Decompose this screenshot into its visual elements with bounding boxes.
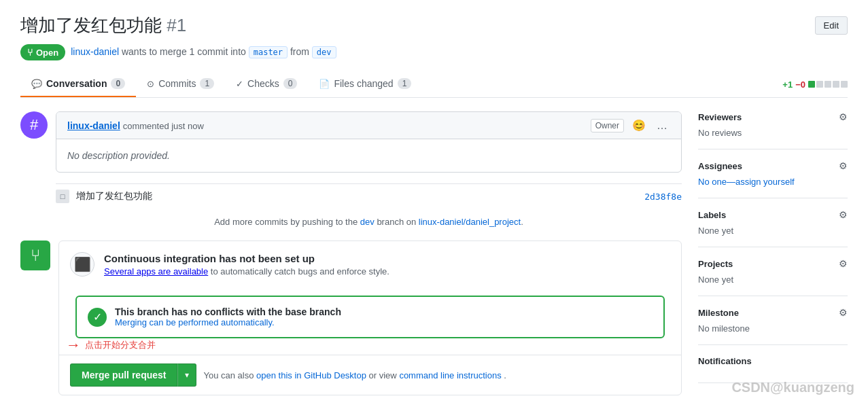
milestone-gear-icon[interactable]: ⚙ [839, 307, 848, 318]
comment-header: linux-daniel commented just now Owner 😊 … [56, 112, 681, 139]
merge-pull-request-button[interactable]: Merge pull request [70, 363, 177, 387]
assignees-value: No one—assign yourself [698, 177, 848, 187]
commit-avatar-icon: □ [60, 192, 65, 200]
reviewers-title: Reviewers [698, 112, 742, 122]
diff-additions: +1 [782, 79, 793, 90]
diff-square-1 [808, 81, 815, 88]
merge-status-box: ✓ This branch has no conflicts with the … [75, 296, 665, 338]
reviewers-value: No reviews [698, 128, 848, 138]
merge-action-bar: → 点击开始分支合并 Merge pull request ▾ You can … [59, 355, 681, 395]
diff-square-2 [816, 81, 823, 88]
merge-auto-link[interactable]: Merging can be performed automatically. [115, 317, 275, 327]
merge-action-text: You can also open this in GitHub Desktop… [203, 370, 506, 380]
commits-count: 1 [200, 78, 214, 89]
labels-header: Labels ⚙ [698, 209, 848, 220]
commit-avatar: □ [56, 190, 69, 203]
milestone-title: Milestone [698, 308, 739, 318]
merge-icon: ⑂ [31, 246, 40, 265]
sidebar-notifications: Notifications [698, 345, 848, 383]
main-content: # linux-daniel commented just now Owner … [20, 111, 682, 395]
repo-link[interactable]: linux-daniel/daniel_project [419, 217, 521, 227]
diff-square-4 [833, 81, 839, 88]
assignees-title: Assignees [698, 161, 742, 171]
tab-files-changed[interactable]: 📄 Files changed 1 [308, 71, 422, 97]
author-link[interactable]: linux-daniel [71, 46, 119, 57]
status-description: linux-daniel wants to merge 1 commit int… [71, 46, 336, 58]
milestone-value: No milestone [698, 323, 848, 334]
comment-bubble: linux-daniel commented just now Owner 😊 … [56, 111, 682, 173]
tab-commits[interactable]: ⊙ Commits 1 [136, 71, 225, 97]
reviewers-header: Reviewers ⚙ [698, 111, 848, 122]
command-line-link[interactable]: command line instructions [399, 370, 501, 380]
comment-section: # linux-daniel commented just now Owner … [20, 111, 682, 173]
projects-title: Projects [698, 259, 733, 269]
projects-value: None yet [698, 274, 848, 285]
commit-hash[interactable]: 2d38f8e [644, 192, 682, 202]
labels-value: None yet [698, 226, 848, 236]
labels-gear-icon[interactable]: ⚙ [839, 209, 848, 220]
comment-body: No description provided. [56, 139, 681, 172]
merge-options-button[interactable]: ▾ [177, 363, 196, 387]
open-badge: ⑂ Open [20, 44, 65, 60]
sidebar-assignees: Assignees ⚙ No one—assign yourself [698, 149, 848, 198]
sidebar-projects: Projects ⚙ None yet [698, 247, 848, 296]
assignees-gear-icon[interactable]: ⚙ [839, 160, 848, 171]
edit-button[interactable]: Edit [815, 16, 848, 35]
open-desktop-link[interactable]: open this in GitHub Desktop [256, 370, 368, 380]
conversation-count: 0 [111, 78, 125, 89]
merge-status-text: This branch has no conflicts with the ba… [115, 306, 341, 327]
arrow-down-icon: → [66, 336, 81, 354]
tabs-bar: 💬 Conversation 0 ⊙ Commits 1 ✓ Checks 0 … [20, 71, 848, 98]
merge-button-group: Merge pull request ▾ [70, 363, 196, 387]
diff-squares [808, 81, 848, 88]
avatar: # [20, 111, 48, 139]
commit-row: □ 增加了发红包功能 2d38f8e [56, 183, 682, 209]
pr-action-section: ⑂ ⬛ Continuous integration has not been … [20, 241, 682, 395]
diff-deletions: −0 [795, 79, 805, 90]
checkmark-icon: ✓ [93, 310, 102, 323]
reviewers-gear-icon[interactable]: ⚙ [839, 111, 848, 122]
ci-title: Continuous integration has not been set … [104, 253, 389, 264]
merge-icon-container: ⑂ [20, 241, 50, 270]
avatar-icon: # [30, 116, 38, 134]
sidebar: Reviewers ⚙ No reviews Assignees ⚙ No on… [698, 111, 848, 395]
commits-icon: ⊙ [147, 79, 154, 89]
assignees-header: Assignees ⚙ [698, 160, 848, 171]
conversation-icon: 💬 [31, 79, 42, 89]
ci-apps-link[interactable]: Several apps are available [104, 266, 208, 277]
more-options-button[interactable]: … [654, 118, 670, 133]
assign-yourself-link[interactable]: No one—assign yourself [698, 177, 795, 187]
status-row: ⑂ Open linux-daniel wants to merge 1 com… [20, 44, 848, 60]
source-branch: dev [312, 46, 336, 58]
owner-badge: Owner [591, 119, 624, 132]
sidebar-milestone: Milestone ⚙ No milestone [698, 296, 848, 345]
pr-title: 增加了发红包功能 #1 [20, 14, 186, 37]
push-notice: Add more commits by pushing to the dev b… [56, 217, 682, 227]
comment-meta: linux-daniel commented just now [67, 120, 204, 131]
merge-status-subtitle: Merging can be performed automatically. [115, 317, 341, 327]
push-branch-link[interactable]: dev [360, 217, 377, 227]
ci-text: Continuous integration has not been set … [104, 253, 389, 277]
commit-message: 增加了发红包功能 [76, 190, 638, 202]
merge-btn-annotation: → 点击开始分支合并 [66, 336, 156, 354]
diff-stats: +1 −0 [782, 79, 848, 90]
merge-btn-label: 点击开始分支合并 [85, 339, 156, 351]
comment-author-link[interactable]: linux-daniel [67, 120, 120, 131]
reaction-button[interactable]: 😊 [629, 118, 648, 133]
tab-conversation[interactable]: 💬 Conversation 0 [20, 71, 136, 97]
target-branch: master [249, 46, 288, 58]
ci-top: ⬛ Continuous integration has not been se… [70, 252, 670, 277]
ci-description: Several apps are available to automatica… [104, 266, 389, 277]
sidebar-reviewers: Reviewers ⚙ No reviews [698, 111, 848, 149]
sidebar-labels: Labels ⚙ None yet [698, 198, 848, 247]
git-pull-request-icon: ⑂ [27, 47, 33, 58]
ci-icon: ⬛ [70, 252, 94, 277]
milestone-header: Milestone ⚙ [698, 307, 848, 318]
ci-icon-symbol: ⬛ [74, 256, 91, 272]
files-icon: 📄 [319, 79, 330, 89]
checks-icon: ✓ [236, 79, 243, 89]
checks-count: 0 [283, 78, 298, 89]
projects-gear-icon[interactable]: ⚙ [839, 258, 848, 269]
pr-number: #1 [167, 15, 186, 35]
tab-checks[interactable]: ✓ Checks 0 [225, 71, 308, 97]
